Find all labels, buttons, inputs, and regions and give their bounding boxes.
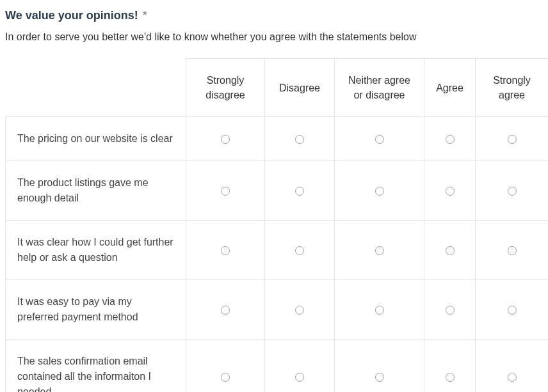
row-label: The pricing on our website is clear <box>6 117 186 161</box>
radio-r2-agree[interactable] <box>446 187 455 196</box>
scale-header-strongly-agree: Strongly agree <box>476 59 549 117</box>
matrix-corner <box>6 59 186 117</box>
row-label: It was easy to pay via my preferred paym… <box>6 280 186 340</box>
radio-r1-strongly-agree[interactable] <box>508 135 517 144</box>
radio-r3-neither[interactable] <box>375 246 384 255</box>
radio-r4-neither[interactable] <box>375 306 384 315</box>
radio-r4-strongly-disagree[interactable] <box>221 306 230 315</box>
question-title-text: We value your opinions! <box>5 9 138 22</box>
radio-r5-disagree[interactable] <box>295 373 304 382</box>
table-row: The sales confirmation email contained a… <box>6 340 549 392</box>
radio-r5-strongly-disagree[interactable] <box>221 373 230 382</box>
radio-r5-strongly-agree[interactable] <box>508 373 517 382</box>
row-label: The sales confirmation email contained a… <box>6 340 186 392</box>
table-row: The product listings gave me enough deta… <box>6 161 549 221</box>
radio-r3-strongly-agree[interactable] <box>508 246 517 255</box>
radio-r2-strongly-agree[interactable] <box>508 187 517 196</box>
radio-r1-neither[interactable] <box>375 135 384 144</box>
table-row: It was clear how I could get further hel… <box>6 221 549 280</box>
scale-header-strongly-disagree: Strongly disagree <box>186 59 265 117</box>
radio-r2-disagree[interactable] <box>295 187 304 196</box>
question-title: We value your opinions! * <box>5 5 543 22</box>
radio-r4-disagree[interactable] <box>295 306 304 315</box>
radio-r3-disagree[interactable] <box>295 246 304 255</box>
radio-r2-neither[interactable] <box>375 187 384 196</box>
radio-r1-disagree[interactable] <box>295 135 304 144</box>
radio-r3-strongly-disagree[interactable] <box>221 246 230 255</box>
scale-header-neither: Neither agree or disagree <box>335 59 424 117</box>
row-label: It was clear how I could get further hel… <box>6 221 186 280</box>
radio-r2-strongly-disagree[interactable] <box>221 187 230 196</box>
radio-r1-strongly-disagree[interactable] <box>221 135 230 144</box>
table-row: The pricing on our website is clear <box>6 117 549 161</box>
scale-header-agree: Agree <box>424 59 476 117</box>
radio-r4-agree[interactable] <box>446 306 455 315</box>
radio-r1-agree[interactable] <box>446 135 455 144</box>
question-description: In order to serve you better we'd like t… <box>5 31 543 43</box>
radio-r5-neither[interactable] <box>375 373 384 382</box>
required-asterisk: * <box>143 9 147 22</box>
scale-header-disagree: Disagree <box>265 59 335 117</box>
row-label: The product listings gave me enough deta… <box>6 161 186 221</box>
table-row: It was easy to pay via my preferred paym… <box>6 280 549 340</box>
radio-r3-agree[interactable] <box>446 246 455 255</box>
likert-matrix: Strongly disagree Disagree Neither agree… <box>5 58 548 392</box>
radio-r4-strongly-agree[interactable] <box>508 306 517 315</box>
radio-r5-agree[interactable] <box>446 373 455 382</box>
